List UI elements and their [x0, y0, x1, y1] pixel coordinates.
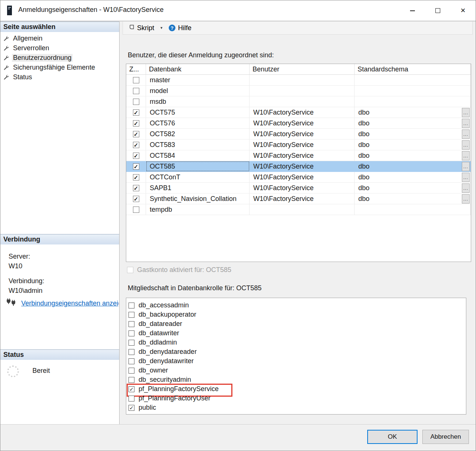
column-header[interactable]: Datenbank	[146, 64, 250, 75]
role-checkbox[interactable]: ✓	[128, 386, 134, 392]
database-cell[interactable]: tempdb	[146, 204, 250, 215]
user-cell[interactable]: W10\FactoryService	[250, 161, 355, 172]
map-checkbox[interactable]: ✓	[133, 109, 139, 116]
user-cell[interactable]: W10\FactoryService	[250, 140, 355, 150]
schema-cell[interactable]: dbo...	[355, 118, 471, 129]
role-item-db-denydatareader[interactable]: db_denydatareader	[128, 347, 466, 356]
map-checkbox[interactable]	[133, 207, 139, 213]
sidebar-item-sicherungsf-hige-elemente[interactable]: Sicherungsfähige Elemente	[0, 63, 119, 72]
map-checkbox[interactable]: ✓	[133, 163, 139, 170]
table-row[interactable]: ✓OCT583W10\FactoryServicedbo...	[126, 140, 471, 150]
table-row[interactable]: tempdb	[126, 204, 471, 215]
database-cell[interactable]: master	[146, 75, 250, 86]
map-checkbox[interactable]: ✓	[133, 120, 139, 127]
database-cell[interactable]: OCTConT	[146, 172, 250, 183]
role-checkbox[interactable]	[128, 330, 134, 336]
schema-cell[interactable]: dbo...	[355, 183, 471, 193]
user-cell[interactable]	[250, 86, 355, 96]
table-row[interactable]: msdb	[126, 96, 471, 107]
schema-cell[interactable]	[355, 86, 471, 96]
user-cell[interactable]: W10\FactoryService	[250, 118, 355, 129]
database-cell[interactable]: OCT582	[146, 129, 250, 140]
map-checkbox[interactable]: ✓	[133, 185, 139, 191]
map-checkbox[interactable]: ✓	[133, 153, 139, 159]
table-row[interactable]: ✓OCTConTW10\FactoryServicedbo...	[126, 172, 471, 183]
role-item-pf-planningfactoryuser[interactable]: pf_PlanningFactoryUser	[128, 394, 466, 403]
table-row[interactable]: ✓OCT576W10\FactoryServicedbo...	[126, 118, 471, 129]
schema-cell[interactable]: dbo...	[355, 140, 471, 150]
schema-cell[interactable]: dbo...	[355, 161, 471, 172]
role-checkbox[interactable]: ✓	[128, 405, 134, 411]
database-cell[interactable]: OCT575	[146, 107, 250, 118]
database-cell[interactable]: SAPB1	[146, 183, 250, 193]
schema-cell[interactable]: dbo...	[355, 193, 471, 204]
default-schema-browse-button[interactable]: ...	[462, 183, 470, 193]
schema-cell[interactable]: dbo...	[355, 107, 471, 118]
schema-cell[interactable]	[355, 75, 471, 86]
role-checkbox[interactable]	[128, 349, 134, 355]
default-schema-browse-button[interactable]: ...	[462, 173, 470, 182]
role-item-db-owner[interactable]: db_owner	[128, 366, 466, 375]
schema-cell[interactable]: dbo...	[355, 150, 471, 161]
role-item-db-accessadmin[interactable]: db_accessadmin	[128, 301, 466, 310]
table-row[interactable]: model	[126, 86, 471, 96]
user-cell[interactable]: W10\FactoryService	[250, 129, 355, 140]
column-header[interactable]: Benutzer	[250, 64, 355, 75]
map-checkbox[interactable]: ✓	[133, 196, 139, 202]
role-checkbox[interactable]	[128, 321, 134, 327]
table-row[interactable]: ✓Synthetic_Navision_CollationW10\Factory…	[126, 193, 471, 204]
role-item-db-backupoperator[interactable]: db_backupoperator	[128, 310, 466, 319]
database-cell[interactable]: OCT576	[146, 118, 250, 129]
table-row[interactable]: ✓SAPB1W10\FactoryServicedbo...	[126, 183, 471, 193]
user-cell[interactable]: W10\FactoryService	[250, 107, 355, 118]
database-cell[interactable]: Synthetic_Navision_Collation	[146, 193, 250, 204]
role-checkbox[interactable]	[128, 377, 134, 383]
role-checkbox[interactable]	[128, 340, 134, 346]
role-item-db-datawriter[interactable]: db_datawriter	[128, 329, 466, 338]
schema-cell[interactable]	[355, 204, 471, 215]
default-schema-browse-button[interactable]: ...	[462, 151, 470, 160]
role-checkbox[interactable]	[128, 396, 134, 402]
schema-cell[interactable]: dbo...	[355, 172, 471, 183]
sidebar-item-allgemein[interactable]: Allgemein	[0, 33, 119, 43]
role-checkbox[interactable]	[128, 312, 134, 318]
role-item-public[interactable]: ✓public	[128, 403, 466, 412]
map-checkbox[interactable]: ✓	[133, 142, 139, 148]
script-dropdown-button[interactable]: ▼	[158, 25, 165, 31]
role-item-pf-planningfactoryservice[interactable]: ✓pf_PlanningFactoryService	[128, 384, 466, 394]
user-cell[interactable]: W10\FactoryService	[250, 183, 355, 193]
database-cell[interactable]: OCT583	[146, 140, 250, 150]
user-cell[interactable]	[250, 75, 355, 86]
map-checkbox[interactable]	[133, 88, 139, 94]
minimize-button[interactable]	[400, 0, 425, 21]
map-checkbox[interactable]: ✓	[133, 174, 139, 180]
user-cell[interactable]: W10\FactoryService	[250, 150, 355, 161]
schema-cell[interactable]: dbo...	[355, 129, 471, 140]
user-cell[interactable]: W10\FactoryService	[250, 172, 355, 183]
table-row[interactable]: ✓OCT584W10\FactoryServicedbo...	[126, 150, 471, 161]
sidebar-item-benutzerzuordnung[interactable]: Benutzerzuordnung	[0, 53, 119, 63]
column-header[interactable]: Standardschema	[355, 64, 471, 75]
table-row[interactable]: ✓OCT582W10\FactoryServicedbo...	[126, 129, 471, 140]
user-cell[interactable]: W10\FactoryService	[250, 193, 355, 204]
maximize-button[interactable]	[425, 0, 450, 21]
role-checkbox[interactable]	[128, 303, 134, 308]
view-connection-properties-link[interactable]: Verbindungseigenschaften anzeigen	[21, 300, 119, 307]
table-row[interactable]: master	[126, 75, 471, 86]
role-item-db-denydatawriter[interactable]: db_denydatawriter	[128, 356, 466, 366]
script-button[interactable]: Skript	[126, 23, 157, 33]
database-cell[interactable]: msdb	[146, 96, 250, 107]
default-schema-browse-button[interactable]: ...	[462, 108, 470, 117]
role-item-db-ddladmin[interactable]: db_ddladmin	[128, 338, 466, 347]
role-checkbox[interactable]	[128, 368, 134, 374]
cancel-button[interactable]: Abbrechen	[422, 430, 469, 444]
database-cell[interactable]: OCT585	[146, 161, 250, 172]
sidebar-item-serverrollen[interactable]: Serverrollen	[0, 43, 119, 53]
role-item-db-datareader[interactable]: db_datareader	[128, 319, 466, 329]
map-checkbox[interactable]	[133, 77, 139, 83]
role-checkbox[interactable]	[128, 358, 134, 364]
schema-cell[interactable]	[355, 96, 471, 107]
map-checkbox[interactable]	[133, 99, 139, 105]
table-row[interactable]: ✓OCT575W10\FactoryServicedbo...	[126, 107, 471, 118]
database-cell[interactable]: model	[146, 86, 250, 96]
